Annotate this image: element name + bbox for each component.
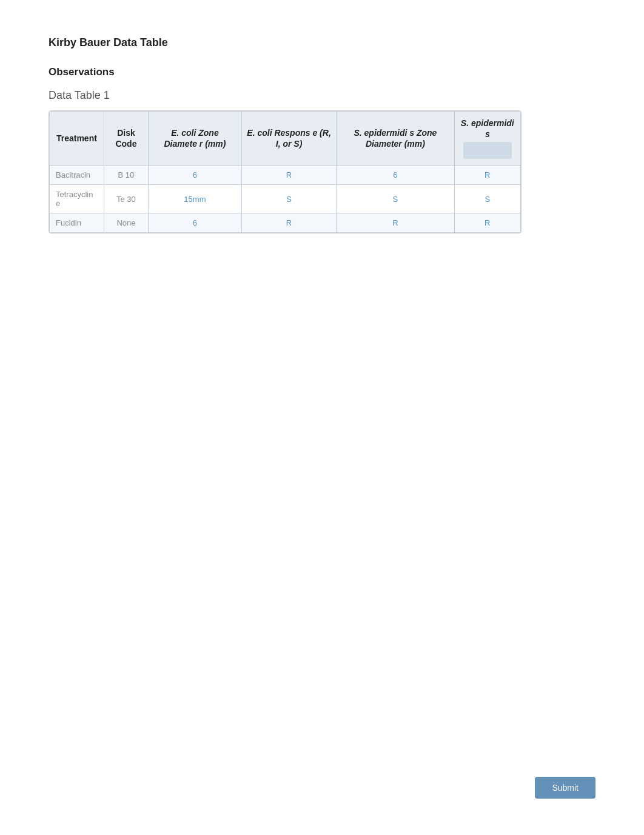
- col-header-ecoli-zone: E. coli Zone Diamete r (mm): [149, 112, 242, 166]
- submit-button[interactable]: Submit: [535, 777, 595, 799]
- cell-ecoli-response-2: S: [241, 185, 336, 213]
- col-header-treatment: Treatment: [50, 112, 104, 166]
- table-label: Data Table 1: [49, 89, 595, 102]
- table-row: Tetracyclin e Te 30 15mm S S S: [50, 185, 521, 213]
- col-header-sepi-zone: S. epidermidi s Zone Diameter (mm): [337, 112, 454, 166]
- col-header-ecoli-response: E. coli Respons e (R, I, or S): [241, 112, 336, 166]
- cell-ecoli-zone-1: 6: [149, 166, 242, 185]
- section-title: Observations: [49, 66, 595, 78]
- col-header-disk-code: Disk Code: [104, 112, 148, 166]
- cell-sepi-zone-3: R: [337, 213, 454, 233]
- cell-treatment-1: Bacitracin: [50, 166, 104, 185]
- data-table: Treatment Disk Code E. coli Zone Diamete…: [49, 111, 521, 233]
- page-title: Kirby Bauer Data Table: [49, 36, 595, 49]
- table-row: Fucidin None 6 R R R: [50, 213, 521, 233]
- cell-disk-3: None: [104, 213, 148, 233]
- cell-sepi-response-3: R: [454, 213, 520, 233]
- cell-sepi-zone-2: S: [337, 185, 454, 213]
- cell-ecoli-zone-2: 15mm: [149, 185, 242, 213]
- cell-ecoli-zone-3: 6: [149, 213, 242, 233]
- cell-treatment-2: Tetracyclin e: [50, 185, 104, 213]
- cell-treatment-3: Fucidin: [50, 213, 104, 233]
- data-table-wrapper: Treatment Disk Code E. coli Zone Diamete…: [49, 110, 522, 233]
- cell-sepi-response-2: S: [454, 185, 520, 213]
- cell-ecoli-response-1: R: [241, 166, 336, 185]
- cell-disk-1: B 10: [104, 166, 148, 185]
- table-row: Bacitracin B 10 6 R 6 R: [50, 166, 521, 185]
- cell-sepi-response-1: R: [454, 166, 520, 185]
- cell-ecoli-response-3: R: [241, 213, 336, 233]
- col-header-sepi-response: S. epidermidi s: [454, 112, 520, 166]
- cell-sepi-zone-1: 6: [337, 166, 454, 185]
- cell-disk-2: Te 30: [104, 185, 148, 213]
